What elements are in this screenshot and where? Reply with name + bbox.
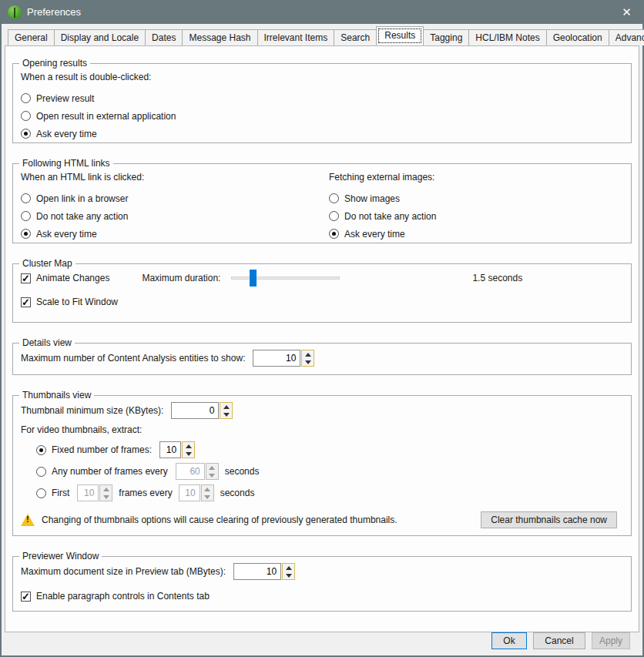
radio-label[interactable]: First xyxy=(52,488,69,498)
group-thumbnails-view: Thumbnails view Thumbnail minimum size (… xyxy=(12,395,632,536)
frames-every-label: frames every xyxy=(119,488,172,498)
scale-to-fit-checkbox[interactable] xyxy=(21,297,31,307)
animate-changes-checkbox[interactable] xyxy=(21,273,31,283)
paragraph-controls-checkbox[interactable] xyxy=(21,592,31,602)
close-icon[interactable]: ✕ xyxy=(609,0,644,24)
paragraph-controls-row[interactable]: Enable paragraph controls in Contents ta… xyxy=(21,588,623,605)
radio-no-action-link[interactable]: Do not take any action xyxy=(21,207,329,225)
spinner-value[interactable]: 0 xyxy=(171,402,219,419)
tab-hcl-ibm-notes[interactable]: HCL/IBM Notes xyxy=(468,29,546,45)
radio-icon[interactable] xyxy=(36,467,46,477)
spinner-down-icon[interactable] xyxy=(220,411,232,418)
radio-label[interactable]: Ask every time xyxy=(36,229,97,240)
slider-thumb[interactable] xyxy=(250,270,257,287)
app-logo-icon xyxy=(8,5,22,19)
radio-show-images[interactable]: Show images xyxy=(329,189,623,207)
radio-icon[interactable] xyxy=(329,193,339,203)
radio-label[interactable]: Do not take any action xyxy=(344,211,436,222)
radio-icon[interactable] xyxy=(36,445,46,455)
radio-label[interactable]: Preview result xyxy=(36,93,94,104)
apply-button: Apply xyxy=(592,632,630,649)
clear-thumbnails-cache-button[interactable]: Clear thumbnails cache now xyxy=(481,511,617,528)
radio-icon[interactable] xyxy=(21,111,31,121)
animate-changes-label[interactable]: Animate Changes xyxy=(36,273,109,283)
paragraph-controls-label[interactable]: Enable paragraph controls in Contents ta… xyxy=(36,591,210,602)
radio-label[interactable]: Ask every time xyxy=(36,129,97,139)
spinner-down-icon xyxy=(100,493,112,501)
warning-icon xyxy=(21,514,35,526)
tab-tagging[interactable]: Tagging xyxy=(423,29,469,45)
tab-results[interactable]: Results xyxy=(376,26,424,45)
spinner-down-icon[interactable] xyxy=(183,450,194,458)
scale-to-fit-label[interactable]: Scale to Fit Window xyxy=(36,297,118,307)
radio-no-action-images[interactable]: Do not take any action xyxy=(329,207,623,225)
min-size-spinner[interactable]: 0 xyxy=(171,402,233,419)
radio-open-link-browser[interactable]: Open link in a browser xyxy=(21,189,329,207)
spinner-arrows[interactable] xyxy=(282,563,295,580)
radio-icon[interactable] xyxy=(36,488,46,498)
spinner-arrows[interactable] xyxy=(182,441,195,458)
spinner-up-icon[interactable] xyxy=(283,564,294,572)
radio-label[interactable]: Do not take any action xyxy=(36,211,128,222)
group-title: Opening results xyxy=(19,58,90,69)
group-title: Cluster Map xyxy=(19,258,75,269)
preferences-dialog: Preferences ✕ General Display and Locale… xyxy=(0,0,644,657)
spinner-value[interactable]: 10 xyxy=(159,441,181,458)
spinner-down-icon[interactable] xyxy=(283,572,294,579)
tab-irrelevant-items[interactable]: Irrelevant Items xyxy=(257,29,335,45)
radio-label[interactable]: Show images xyxy=(344,193,400,204)
spinner-up-icon[interactable] xyxy=(302,350,314,358)
spinner-arrows[interactable] xyxy=(220,402,233,419)
radio-icon[interactable] xyxy=(329,211,339,221)
radio-first-frames[interactable]: First 10 frames every 10 seconds xyxy=(36,484,623,501)
radio-icon[interactable] xyxy=(329,229,339,239)
radio-icon[interactable] xyxy=(21,193,31,203)
first-frames-interval-spinner: 10 xyxy=(179,484,214,501)
spinner-up-icon xyxy=(202,485,213,493)
tab-general[interactable]: General xyxy=(8,29,55,45)
spinner-value[interactable]: 10 xyxy=(253,350,300,367)
radio-label[interactable]: Ask every time xyxy=(344,229,405,240)
radio-label[interactable]: Fixed number of frames: xyxy=(52,444,152,455)
radio-any-frames[interactable]: Any number of frames every 60 seconds xyxy=(36,463,623,480)
video-thumbnails-prompt: For video thumbnails, extract: xyxy=(21,424,623,436)
tab-advanced[interactable]: Advanced xyxy=(609,29,644,45)
radio-ask-images[interactable]: Ask every time xyxy=(329,225,623,243)
slider-track[interactable] xyxy=(231,277,340,280)
seconds-label: seconds xyxy=(220,488,255,498)
spinner-value: 10 xyxy=(179,484,200,501)
duration-slider[interactable] xyxy=(231,270,340,287)
spinner-down-icon[interactable] xyxy=(302,358,314,366)
spinner-arrows[interactable] xyxy=(301,350,314,367)
radio-ask-every-time[interactable]: Ask every time xyxy=(21,125,623,142)
radio-icon[interactable] xyxy=(21,229,31,239)
radio-open-external[interactable]: Open result in external application xyxy=(21,107,623,125)
entities-spinner[interactable]: 10 xyxy=(253,350,314,367)
any-frames-spinner: 60 xyxy=(176,463,219,480)
radio-preview-result[interactable]: Preview result xyxy=(21,89,623,107)
group-following-html-links: Following HTML links When an HTML link i… xyxy=(12,163,632,243)
radio-label[interactable]: Any number of frames every xyxy=(52,466,168,477)
fixed-frames-spinner[interactable]: 10 xyxy=(159,441,195,458)
radio-icon[interactable] xyxy=(21,93,31,103)
fetch-images-prompt: Fetching external images: xyxy=(329,171,623,183)
group-title: Thumbnails view xyxy=(19,390,94,401)
spinner-up-icon[interactable] xyxy=(183,442,194,450)
radio-icon[interactable] xyxy=(21,211,31,221)
spinner-value[interactable]: 10 xyxy=(233,563,281,580)
radio-fixed-frames[interactable]: Fixed number of frames: 10 xyxy=(36,441,623,458)
tab-dates[interactable]: Dates xyxy=(145,29,183,45)
group-title: Previewer Window xyxy=(19,551,102,561)
ok-button[interactable]: Ok xyxy=(491,632,527,649)
tab-message-hash[interactable]: Message Hash xyxy=(182,29,257,45)
radio-label[interactable]: Open result in external application xyxy=(36,111,176,122)
tab-geolocation[interactable]: Geolocation xyxy=(546,29,609,45)
preview-size-spinner[interactable]: 10 xyxy=(233,563,295,580)
radio-icon[interactable] xyxy=(21,129,31,139)
tab-search[interactable]: Search xyxy=(334,29,377,45)
cancel-button[interactable]: Cancel xyxy=(533,632,585,649)
spinner-up-icon[interactable] xyxy=(220,403,232,411)
radio-label[interactable]: Open link in a browser xyxy=(36,193,128,204)
radio-ask-link[interactable]: Ask every time xyxy=(21,225,329,243)
tab-display-and-locale[interactable]: Display and Locale xyxy=(54,29,146,45)
